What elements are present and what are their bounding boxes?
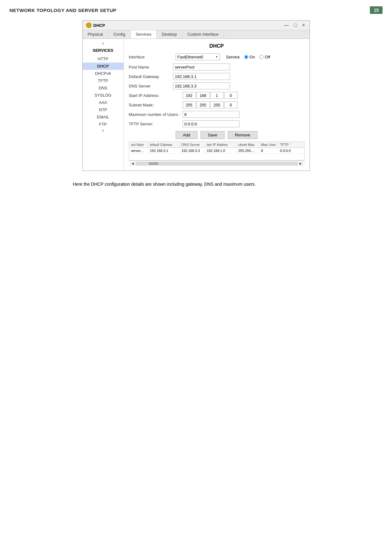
- window-controls: — □ ×: [282, 23, 306, 28]
- start-ip-label: Start IP Address :: [129, 93, 183, 98]
- scroll-left-arrow[interactable]: ◀: [131, 162, 135, 165]
- minimize-button[interactable]: —: [282, 23, 290, 28]
- remove-button[interactable]: Remove: [228, 131, 257, 139]
- services-header: SERVICES: [83, 46, 124, 55]
- main-panel: DHCP Interface FastEthernet0 Service On: [124, 39, 310, 171]
- start-ip-oct2[interactable]: [196, 92, 210, 99]
- max-users-input[interactable]: [183, 111, 239, 118]
- tab-services[interactable]: Services: [131, 30, 157, 39]
- col-dns-server: DNS Server: [180, 142, 205, 148]
- subnet-oct1[interactable]: [183, 101, 196, 108]
- dns-server-label: DNS Server: [129, 84, 173, 88]
- pool-name-label: Pool Name: [129, 65, 173, 69]
- sidebar-item-ftp[interactable]: FTP: [83, 121, 124, 128]
- subnet-octets: [183, 101, 238, 108]
- dhcp-window: DHCP — □ × Physical Config Services Desk…: [82, 20, 310, 171]
- col-default-gw: lefault Gatewa: [148, 142, 180, 148]
- tab-config[interactable]: Config: [108, 30, 131, 39]
- sidebar-item-email[interactable]: EMAIL: [83, 113, 124, 121]
- subnet-oct3[interactable]: [210, 101, 224, 108]
- window-body: ∧ SERVICES HTTP DHCP DHCPv6 TFTP DNS SYS…: [83, 39, 310, 171]
- on-radio[interactable]: [244, 55, 248, 59]
- interface-select-wrapper: FastEthernet0: [176, 53, 220, 60]
- buttons-row: Add Save Remove: [129, 131, 305, 139]
- table-header-row: ool Nam lefault Gatewa DNS Server tart I…: [129, 142, 304, 148]
- sidebar-scroll-down[interactable]: ∨: [83, 128, 124, 133]
- cell-default-gw: 192.168.3.1: [148, 148, 180, 154]
- restore-button[interactable]: □: [292, 23, 298, 28]
- window-title-left: DHCP: [86, 22, 105, 28]
- start-ip-oct1[interactable]: [183, 92, 196, 99]
- page-header: NETWORK TOPOLOGY AND SERVER SETUP 15: [9, 6, 383, 14]
- on-radio-label[interactable]: On: [244, 55, 255, 59]
- sidebar-item-dhcp[interactable]: DHCP: [83, 63, 124, 70]
- scroll-right-arrow[interactable]: ▶: [299, 162, 303, 165]
- max-users-label: Maximum number of Users :: [129, 112, 183, 117]
- tftp-server-row: TFTP Server:: [129, 120, 305, 127]
- cell-max-user: 8: [259, 148, 278, 154]
- start-ip-oct4[interactable]: [224, 92, 238, 99]
- pool-name-input[interactable]: [173, 63, 230, 70]
- close-button[interactable]: ×: [301, 23, 306, 28]
- window-titlebar: DHCP — □ ×: [83, 21, 310, 30]
- page-title: NETWORK TOPOLOGY AND SERVER SETUP: [9, 8, 117, 13]
- col-max-user: Max User: [259, 142, 278, 148]
- tftp-server-label: TFTP Server:: [129, 122, 183, 126]
- cell-start-ip: 192.168.1.0: [205, 148, 237, 154]
- sidebar-item-dns[interactable]: DNS: [83, 84, 124, 92]
- dhcp-panel-title: DHCP: [129, 43, 305, 49]
- dns-server-input[interactable]: [173, 82, 230, 89]
- sidebar-item-http[interactable]: HTTP: [83, 55, 124, 63]
- page-number: 15: [370, 6, 383, 14]
- dhcp-table: ool Nam lefault Gatewa DNS Server tart I…: [129, 142, 305, 160]
- scrollbar-thumb[interactable]: [149, 162, 158, 165]
- interface-label: Interface: [129, 55, 173, 59]
- tftp-server-input[interactable]: [183, 120, 239, 127]
- col-subnet: ubnet Mas: [237, 142, 259, 148]
- sidebar-item-tftp[interactable]: TFTP: [83, 77, 124, 84]
- start-ip-row: Start IP Address :: [129, 92, 305, 99]
- subnet-mask-label: Subnet Mask:: [129, 103, 183, 107]
- sidebar-item-syslog[interactable]: SYSLOG: [83, 92, 124, 99]
- sidebar-item-aaa[interactable]: AAA: [83, 99, 124, 106]
- col-pool-name: ool Nam: [129, 142, 148, 148]
- cell-dns-server: 192.168.3.3: [180, 148, 205, 154]
- off-label: Off: [265, 55, 270, 59]
- sidebar-item-ntp[interactable]: NTP: [83, 106, 124, 113]
- cell-tftp: 0.0.0.0: [278, 148, 291, 154]
- default-gateway-input[interactable]: [173, 73, 230, 80]
- save-button[interactable]: Save: [201, 131, 225, 139]
- subnet-oct4[interactable]: [224, 101, 238, 108]
- on-label: On: [250, 55, 255, 59]
- start-ip-oct3[interactable]: [210, 92, 224, 99]
- max-users-row: Maximum number of Users :: [129, 111, 305, 118]
- interface-select[interactable]: FastEthernet0: [176, 53, 220, 60]
- scrollbar-area: ◀ ▶: [129, 160, 305, 166]
- table-row: server... 192.168.3.1 192.168.3.3 192.16…: [129, 148, 304, 154]
- dns-server-row: DNS Server: [129, 82, 305, 89]
- sidebar-item-dhcpv6[interactable]: DHCPv6: [83, 70, 124, 77]
- body-text: Here the DHCP configuration details are …: [54, 180, 338, 188]
- tab-custom-interface[interactable]: Custom Interface: [182, 30, 224, 39]
- tab-physical[interactable]: Physical: [83, 30, 108, 39]
- service-radio-group: Service On Off: [226, 55, 270, 59]
- tab-bar: Physical Config Services Desktop Custom …: [83, 30, 310, 39]
- cell-subnet: 255.255....: [237, 148, 259, 154]
- pool-name-row: Pool Name: [129, 63, 305, 70]
- off-radio[interactable]: [259, 55, 263, 59]
- window-title: DHCP: [93, 23, 105, 28]
- col-tftp: TFTP: [278, 142, 291, 148]
- off-radio-label[interactable]: Off: [259, 55, 270, 59]
- add-button[interactable]: Add: [176, 131, 197, 139]
- dhcp-icon: [86, 22, 92, 28]
- subnet-mask-row: Subnet Mask:: [129, 101, 305, 108]
- sidebar-scroll-up[interactable]: ∧: [83, 41, 124, 46]
- subnet-oct2[interactable]: [196, 101, 210, 108]
- tab-desktop[interactable]: Desktop: [157, 30, 182, 39]
- default-gateway-row: Default Gateway: [129, 73, 305, 80]
- scrollbar-track[interactable]: [136, 162, 298, 165]
- default-gateway-label: Default Gateway: [129, 74, 173, 79]
- interface-row: Interface FastEthernet0 Service On Off: [129, 53, 305, 60]
- sidebar: ∧ SERVICES HTTP DHCP DHCPv6 TFTP DNS SYS…: [83, 39, 124, 171]
- col-start-ip: tart IP Addres: [205, 142, 237, 148]
